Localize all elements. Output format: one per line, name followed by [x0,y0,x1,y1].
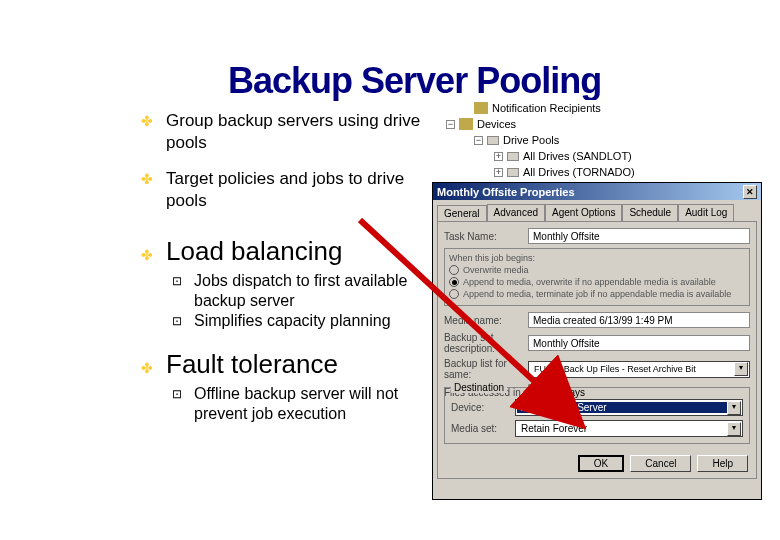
tree-item[interactable]: + All Drives (TORNADO) [494,164,762,180]
tab-advanced[interactable]: Advanced [487,204,545,221]
properties-dialog: Monthly Offsite Properties ✕ General Adv… [432,182,762,500]
tab-audit-log[interactable]: Audit Log [678,204,734,221]
bullet-icon: ✤ [138,244,156,266]
radio-append-terminate[interactable]: Append to media, terminate job if no app… [449,289,745,299]
tree-item[interactable]: − Devices [446,116,762,132]
close-button[interactable]: ✕ [743,185,757,199]
radio-overwrite[interactable]: Overwrite media [449,265,745,275]
folder-icon [474,102,488,114]
heading: Fault tolerance [166,349,338,380]
dialog-body: Task Name: Monthly Offsite When this job… [437,221,757,479]
chevron-down-icon[interactable]: ▾ [734,362,748,376]
drive-icon [507,168,519,177]
content-area: ✤ Group backup servers using drive pools… [138,110,448,438]
tree-label: All Drives (SANDLOT) [523,150,632,162]
tab-schedule[interactable]: Schedule [622,204,678,221]
tree-item[interactable]: Notification Recipients [474,100,762,116]
dialog-titlebar[interactable]: Monthly Offsite Properties ✕ [433,183,761,200]
cancel-button[interactable]: Cancel [630,455,691,472]
bullet-text: Group backup servers using drive pools [166,110,448,154]
tab-bar: General Advanced Agent Options Schedule … [433,200,761,221]
collapse-icon[interactable]: − [474,136,483,145]
subbullet-text: Offline backup server will not prevent j… [194,384,448,424]
backup-list-label: Backup list for same: [444,358,522,380]
chevron-down-icon[interactable]: ▾ [727,401,741,415]
subbullet-text: Jobs dispatch to first available backup … [194,271,448,311]
tree-item[interactable]: + All Drives (SANDLOT) [494,148,762,164]
bullet-icon: ✤ [138,110,156,132]
mediaset-label: Media set: [451,423,509,434]
dialog-buttons: OK Cancel Help [578,455,748,472]
subbullet-text: Simplifies capacity planning [194,311,391,331]
destination-legend: Destination [451,382,507,393]
media-name-input[interactable]: Media created 6/13/99 1:49 PM [528,312,750,328]
heading: Load balancing [166,236,342,267]
task-name-input[interactable]: Monthly Offsite [528,228,750,244]
tree-label: Notification Recipients [492,102,601,114]
right-pane: Notification Recipients − Devices − Driv… [432,100,762,500]
dialog-title: Monthly Offsite Properties [437,186,575,198]
slide-title: Backup Server Pooling [228,60,601,102]
tab-general[interactable]: General [437,205,487,222]
when-job-begins-group: When this job begins: Overwrite media Ap… [444,248,750,306]
backup-set-input[interactable]: Monthly Offsite [528,335,750,351]
tree-label: All Drives (TORNADO) [523,166,635,178]
tree-view: Notification Recipients − Devices − Driv… [432,100,762,182]
subbullet-icon: ⊡ [172,311,186,331]
bullet-icon: ✤ [138,168,156,190]
bullet-text: Target policies and jobs to drive pools [166,168,448,212]
media-name-label: Media name: [444,315,522,326]
device-select[interactable]: Any Backup Server ▾ [515,399,743,416]
tree-label: Devices [477,118,516,130]
tree-label: Drive Pools [503,134,559,146]
collapse-icon[interactable]: − [446,120,455,129]
ok-button[interactable]: OK [578,455,624,472]
task-name-label: Task Name: [444,231,522,242]
backup-set-label: Backup set description: [444,332,522,354]
destination-group: Destination Device: Any Backup Server ▾ … [444,387,750,444]
subbullet-icon: ⊡ [172,271,186,291]
chevron-down-icon[interactable]: ▾ [727,422,741,436]
help-button[interactable]: Help [697,455,748,472]
device-label: Device: [451,402,509,413]
bullet-icon: ✤ [138,357,156,379]
tree-item[interactable]: − Drive Pools [474,132,762,148]
devices-icon [459,118,473,130]
expand-icon[interactable]: + [494,152,503,161]
radio-caption: When this job begins: [449,253,745,263]
device-value: Any Backup Server [517,402,727,413]
drive-pools-icon [487,136,499,145]
expand-icon[interactable]: + [494,168,503,177]
tab-agent-options[interactable]: Agent Options [545,204,622,221]
backup-list-select[interactable]: FULL - Back Up Files - Reset Archive Bit… [528,361,750,378]
mediaset-select[interactable]: Retain Forever ▾ [515,420,743,437]
radio-append-overwrite[interactable]: Append to media, overwrite if no appenda… [449,277,745,287]
subbullet-icon: ⊡ [172,384,186,404]
drive-icon [507,152,519,161]
